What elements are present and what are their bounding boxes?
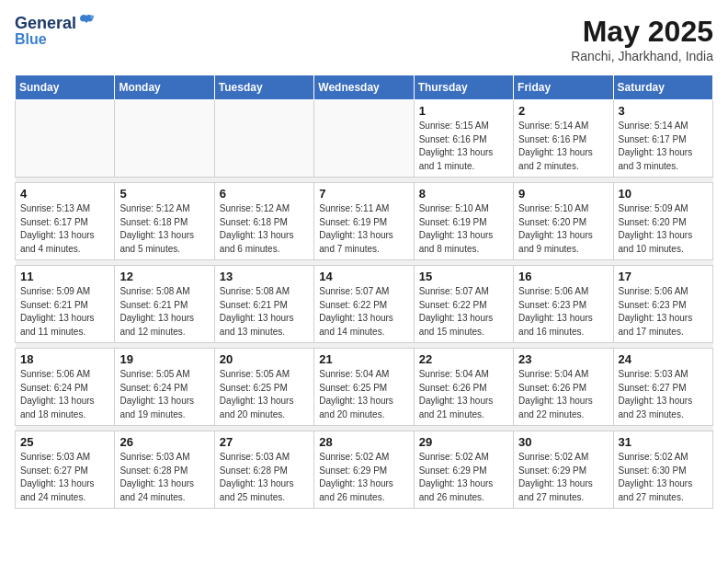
day-detail: Sunrise: 5:10 AM Sunset: 6:19 PM Dayligh…	[419, 202, 508, 256]
day-number: 13	[220, 270, 309, 283]
calendar-cell: 8Sunrise: 5:10 AM Sunset: 6:19 PM Daylig…	[414, 183, 513, 260]
calendar-cell: 25Sunrise: 5:03 AM Sunset: 6:27 PM Dayli…	[16, 431, 115, 509]
weekday-header-monday: Monday	[115, 75, 214, 100]
calendar-cell	[115, 100, 214, 178]
day-detail: Sunrise: 5:02 AM Sunset: 6:29 PM Dayligh…	[319, 451, 408, 504]
day-number: 2	[518, 104, 608, 118]
day-number: 15	[419, 270, 508, 283]
calendar-week-row: 4Sunrise: 5:13 AM Sunset: 6:17 PM Daylig…	[16, 183, 713, 260]
day-detail: Sunrise: 5:04 AM Sunset: 6:26 PM Dayligh…	[518, 368, 608, 421]
day-detail: Sunrise: 5:03 AM Sunset: 6:28 PM Dayligh…	[220, 451, 309, 504]
calendar-week-row: 11Sunrise: 5:09 AM Sunset: 6:21 PM Dayli…	[16, 266, 713, 343]
day-number: 23	[518, 352, 608, 366]
day-detail: Sunrise: 5:14 AM Sunset: 6:16 PM Dayligh…	[518, 120, 608, 173]
weekday-header-row: SundayMondayTuesdayWednesdayThursdayFrid…	[16, 75, 713, 100]
calendar-cell: 2Sunrise: 5:14 AM Sunset: 6:16 PM Daylig…	[514, 100, 613, 178]
month-title: May 2025	[571, 15, 713, 49]
calendar-cell: 11Sunrise: 5:09 AM Sunset: 6:21 PM Dayli…	[16, 266, 115, 343]
calendar-cell: 7Sunrise: 5:11 AM Sunset: 6:19 PM Daylig…	[314, 183, 414, 260]
day-detail: Sunrise: 5:12 AM Sunset: 6:18 PM Dayligh…	[119, 202, 209, 256]
weekday-header-saturday: Saturday	[613, 75, 712, 100]
day-number: 17	[619, 270, 708, 283]
day-detail: Sunrise: 5:07 AM Sunset: 6:22 PM Dayligh…	[319, 285, 408, 339]
calendar-cell: 30Sunrise: 5:02 AM Sunset: 6:29 PM Dayli…	[514, 431, 613, 509]
weekday-header-sunday: Sunday	[16, 75, 115, 100]
day-number: 20	[220, 352, 309, 366]
calendar-cell: 15Sunrise: 5:07 AM Sunset: 6:22 PM Dayli…	[414, 266, 513, 343]
calendar-cell: 9Sunrise: 5:10 AM Sunset: 6:20 PM Daylig…	[514, 183, 613, 260]
weekday-header-thursday: Thursday	[414, 75, 513, 100]
day-number: 16	[518, 270, 608, 283]
day-number: 11	[20, 270, 109, 283]
calendar-cell: 26Sunrise: 5:03 AM Sunset: 6:28 PM Dayli…	[115, 431, 214, 509]
day-detail: Sunrise: 5:02 AM Sunset: 6:30 PM Dayligh…	[619, 451, 708, 504]
location: Ranchi, Jharkhand, India	[571, 49, 713, 63]
day-detail: Sunrise: 5:03 AM Sunset: 6:27 PM Dayligh…	[20, 451, 109, 504]
day-number: 22	[419, 352, 508, 366]
day-number: 28	[319, 435, 408, 449]
day-number: 4	[20, 187, 109, 201]
day-detail: Sunrise: 5:04 AM Sunset: 6:26 PM Dayligh…	[419, 368, 508, 421]
calendar-cell: 1Sunrise: 5:15 AM Sunset: 6:16 PM Daylig…	[414, 100, 513, 178]
day-number: 30	[518, 435, 608, 449]
day-detail: Sunrise: 5:07 AM Sunset: 6:22 PM Dayligh…	[419, 285, 508, 339]
calendar-week-row: 25Sunrise: 5:03 AM Sunset: 6:27 PM Dayli…	[16, 431, 713, 509]
calendar-cell: 3Sunrise: 5:14 AM Sunset: 6:17 PM Daylig…	[613, 100, 712, 178]
day-number: 7	[319, 187, 408, 201]
day-detail: Sunrise: 5:13 AM Sunset: 6:17 PM Dayligh…	[20, 202, 109, 256]
calendar-cell: 19Sunrise: 5:05 AM Sunset: 6:24 PM Dayli…	[115, 349, 214, 426]
day-detail: Sunrise: 5:11 AM Sunset: 6:19 PM Dayligh…	[319, 202, 408, 256]
day-detail: Sunrise: 5:14 AM Sunset: 6:17 PM Dayligh…	[619, 120, 708, 173]
day-number: 10	[619, 187, 708, 201]
calendar-cell: 10Sunrise: 5:09 AM Sunset: 6:20 PM Dayli…	[613, 183, 712, 260]
calendar-cell: 14Sunrise: 5:07 AM Sunset: 6:22 PM Dayli…	[314, 266, 414, 343]
day-number: 8	[419, 187, 508, 201]
day-number: 25	[20, 435, 109, 449]
logo: General Blue	[15, 15, 95, 47]
day-number: 18	[20, 352, 109, 366]
calendar-week-row: 1Sunrise: 5:15 AM Sunset: 6:16 PM Daylig…	[16, 100, 713, 178]
day-number: 6	[220, 187, 309, 201]
calendar-cell: 31Sunrise: 5:02 AM Sunset: 6:30 PM Dayli…	[613, 431, 712, 509]
day-number: 21	[319, 352, 408, 366]
day-number: 12	[119, 270, 209, 283]
calendar-cell: 18Sunrise: 5:06 AM Sunset: 6:24 PM Dayli…	[16, 349, 115, 426]
day-detail: Sunrise: 5:08 AM Sunset: 6:21 PM Dayligh…	[220, 285, 309, 339]
calendar-cell: 5Sunrise: 5:12 AM Sunset: 6:18 PM Daylig…	[115, 183, 214, 260]
calendar-week-row: 18Sunrise: 5:06 AM Sunset: 6:24 PM Dayli…	[16, 349, 713, 426]
day-number: 31	[619, 435, 708, 449]
calendar-cell	[214, 100, 313, 178]
day-detail: Sunrise: 5:15 AM Sunset: 6:16 PM Dayligh…	[419, 120, 508, 173]
day-detail: Sunrise: 5:04 AM Sunset: 6:25 PM Dayligh…	[319, 368, 408, 421]
day-detail: Sunrise: 5:10 AM Sunset: 6:20 PM Dayligh…	[518, 202, 608, 256]
calendar-cell: 16Sunrise: 5:06 AM Sunset: 6:23 PM Dayli…	[514, 266, 613, 343]
day-number: 26	[119, 435, 209, 449]
calendar-cell: 20Sunrise: 5:05 AM Sunset: 6:25 PM Dayli…	[214, 349, 313, 426]
day-detail: Sunrise: 5:06 AM Sunset: 6:23 PM Dayligh…	[518, 285, 608, 339]
calendar-cell: 17Sunrise: 5:06 AM Sunset: 6:23 PM Dayli…	[613, 266, 712, 343]
calendar-cell: 13Sunrise: 5:08 AM Sunset: 6:21 PM Dayli…	[214, 266, 313, 343]
calendar-cell: 12Sunrise: 5:08 AM Sunset: 6:21 PM Dayli…	[115, 266, 214, 343]
day-detail: Sunrise: 5:05 AM Sunset: 6:25 PM Dayligh…	[220, 368, 309, 421]
day-number: 5	[119, 187, 209, 201]
day-detail: Sunrise: 5:03 AM Sunset: 6:28 PM Dayligh…	[119, 451, 209, 504]
day-number: 19	[119, 352, 209, 366]
logo-bird-icon	[78, 14, 95, 30]
day-number: 14	[319, 270, 408, 283]
calendar-cell: 21Sunrise: 5:04 AM Sunset: 6:25 PM Dayli…	[314, 349, 414, 426]
title-section: May 2025 Ranchi, Jharkhand, India	[571, 15, 713, 63]
calendar-cell: 29Sunrise: 5:02 AM Sunset: 6:29 PM Dayli…	[414, 431, 513, 509]
day-number: 29	[419, 435, 508, 449]
day-number: 1	[419, 104, 508, 118]
calendar-cell	[16, 100, 115, 178]
calendar-cell: 6Sunrise: 5:12 AM Sunset: 6:18 PM Daylig…	[214, 183, 313, 260]
day-detail: Sunrise: 5:05 AM Sunset: 6:24 PM Dayligh…	[119, 368, 209, 421]
day-detail: Sunrise: 5:12 AM Sunset: 6:18 PM Dayligh…	[220, 202, 309, 256]
calendar-cell: 22Sunrise: 5:04 AM Sunset: 6:26 PM Dayli…	[414, 349, 513, 426]
calendar-cell: 27Sunrise: 5:03 AM Sunset: 6:28 PM Dayli…	[214, 431, 313, 509]
day-detail: Sunrise: 5:03 AM Sunset: 6:27 PM Dayligh…	[619, 368, 708, 421]
calendar-cell: 24Sunrise: 5:03 AM Sunset: 6:27 PM Dayli…	[613, 349, 712, 426]
day-number: 3	[619, 104, 708, 118]
day-detail: Sunrise: 5:02 AM Sunset: 6:29 PM Dayligh…	[419, 451, 508, 504]
weekday-header-friday: Friday	[514, 75, 613, 100]
